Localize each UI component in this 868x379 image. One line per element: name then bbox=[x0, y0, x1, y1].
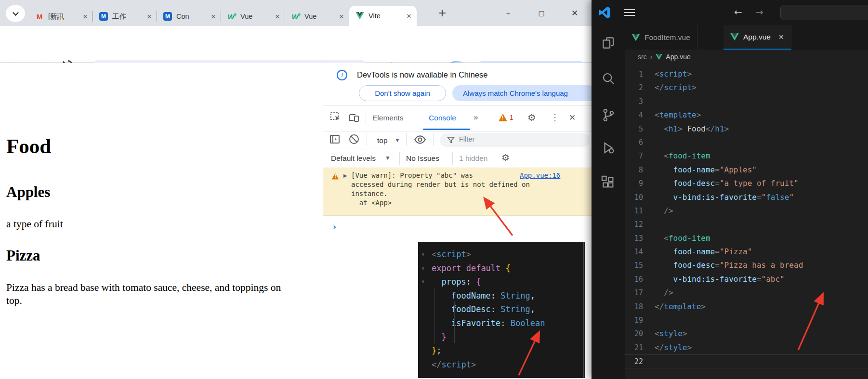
log-levels-dropdown[interactable]: Default levels bbox=[331, 154, 376, 163]
breadcrumb-folder[interactable]: src bbox=[638, 53, 647, 61]
extensions-icon[interactable] bbox=[601, 175, 616, 190]
window-maximize-button[interactable]: ▢ bbox=[536, 8, 547, 19]
editor-line[interactable]: 15 food-desc="Pizza has a bread bbox=[625, 259, 868, 272]
browser-tab[interactable]: M工作✕ bbox=[93, 7, 157, 26]
code-token: > bbox=[678, 124, 683, 133]
vscode-logo-icon bbox=[598, 6, 611, 19]
hidden-messages-label[interactable]: 1 hidden bbox=[459, 154, 487, 163]
clear-console-icon[interactable] bbox=[348, 133, 360, 145]
editor-line[interactable]: 17 /> bbox=[625, 286, 868, 300]
device-toolbar-icon[interactable] bbox=[348, 111, 360, 123]
console-settings-gear-icon[interactable]: ⚙ bbox=[501, 152, 510, 163]
editor-line[interactable]: 3 bbox=[625, 95, 868, 108]
live-expression-eye-icon[interactable] bbox=[414, 134, 426, 145]
editor-back-icon[interactable]: ← bbox=[734, 6, 742, 18]
editor-line[interactable]: 12 bbox=[625, 218, 868, 231]
more-tabs-icon[interactable]: » bbox=[473, 113, 477, 122]
code-editor[interactable]: 1<script>2</script>34<template>5 <h1> Fo… bbox=[625, 64, 868, 379]
editor-line[interactable]: 1<script> bbox=[625, 67, 868, 81]
editor-forward-icon[interactable]: → bbox=[755, 6, 763, 18]
browser-tab[interactable]: W3Vue✕ bbox=[221, 7, 285, 26]
w3schools-icon: W3 bbox=[227, 13, 236, 21]
console-filter-input[interactable]: Filter bbox=[440, 133, 590, 147]
code-token: , bbox=[530, 304, 535, 314]
code-token: default bbox=[466, 263, 501, 273]
browser-tab[interactable]: M[新訊✕ bbox=[29, 7, 93, 26]
overlay-scrollbar[interactable] bbox=[583, 242, 584, 378]
editor-line[interactable]: 8 food-name="Apples" bbox=[625, 163, 868, 177]
run-debug-icon[interactable] bbox=[601, 141, 616, 155]
search-icon[interactable] bbox=[601, 71, 616, 86]
editor-line[interactable]: 4<template> bbox=[625, 108, 868, 122]
line-code: v-bind:is-favorite="false" bbox=[655, 191, 794, 204]
editor-line[interactable]: 16 v-bind:is-favorite="abc" bbox=[625, 273, 868, 286]
source-link[interactable]: App.vue:16 bbox=[520, 171, 560, 179]
editor-line[interactable]: 7 <food-item bbox=[625, 149, 868, 163]
editor-line[interactable]: 5 <h1> Food</h1> bbox=[625, 122, 868, 136]
line-code: <food-item bbox=[655, 232, 710, 245]
new-tab-button[interactable]: + bbox=[436, 7, 448, 20]
console-warning-entry[interactable]: ▶ [Vue warn]: Property "abc" was accesse… bbox=[323, 168, 592, 216]
overlay-code-line: isFavorite: Boolean bbox=[418, 316, 585, 330]
editor-tab[interactable]: FoodItem.vue bbox=[625, 25, 697, 50]
browser-tab[interactable]: Vite✕ bbox=[349, 6, 417, 26]
tab-close-icon[interactable]: ✕ bbox=[145, 13, 153, 20]
code-token: food-desc bbox=[673, 261, 715, 270]
dock-sidebar-icon[interactable] bbox=[329, 133, 341, 145]
tab-close-icon[interactable]: ✕ bbox=[405, 13, 413, 20]
match-language-button[interactable]: Always match Chrome's languag bbox=[452, 85, 592, 101]
code-token: < bbox=[664, 151, 669, 160]
inspect-element-icon[interactable] bbox=[330, 111, 342, 123]
code-token: script bbox=[436, 249, 466, 259]
breadcrumb[interactable]: src › App.vue bbox=[625, 50, 868, 64]
tab-close-icon[interactable]: ✕ bbox=[81, 13, 89, 20]
code-token: = bbox=[715, 261, 720, 270]
devtools-settings-gear-icon[interactable]: ⚙ bbox=[527, 112, 536, 123]
filter-placeholder: Filter bbox=[459, 135, 474, 143]
editor-line[interactable]: 10 v-bind:is-favorite="false" bbox=[625, 191, 868, 204]
browser-tab[interactable]: MCon✕ bbox=[157, 7, 221, 26]
code-token: < bbox=[664, 234, 669, 243]
section-heading-apples: Apples bbox=[6, 183, 50, 201]
devtools-close-icon[interactable]: ✕ bbox=[569, 113, 576, 122]
section-text-pizza: Pizza has a bread base with tomato sauce… bbox=[6, 281, 281, 307]
tab-close-icon[interactable]: ✕ bbox=[338, 13, 345, 20]
tab-close-icon[interactable]: ✕ bbox=[274, 13, 281, 20]
editor-line[interactable]: 18</template> bbox=[625, 300, 868, 314]
filter-funnel-icon bbox=[447, 136, 455, 144]
tab-search-button[interactable] bbox=[6, 5, 25, 22]
editor-line[interactable]: 2</script> bbox=[625, 81, 868, 94]
dont-show-again-button[interactable]: Don't show again bbox=[359, 85, 446, 101]
editor-line[interactable]: 6 bbox=[625, 136, 868, 149]
editor-tab[interactable]: App.vue✕ bbox=[723, 25, 791, 50]
console-warning-text: [Vue warn]: Property "abc" was accessed … bbox=[351, 171, 530, 208]
tab-close-icon[interactable]: ✕ bbox=[778, 33, 784, 41]
editor-line[interactable]: 14 food-name="Pizza" bbox=[625, 245, 868, 259]
breadcrumb-file[interactable]: App.vue bbox=[666, 53, 690, 61]
window-minimize-button[interactable]: – bbox=[502, 8, 514, 19]
line-code: <h1> Food</h1> bbox=[655, 122, 729, 136]
tab-console[interactable]: Console bbox=[429, 114, 456, 122]
tab-elements[interactable]: Elements bbox=[372, 114, 404, 122]
explorer-icon[interactable] bbox=[601, 36, 616, 50]
editor-line[interactable]: 22 bbox=[625, 354, 868, 368]
line-number: 9 bbox=[625, 177, 655, 190]
source-control-icon[interactable] bbox=[601, 108, 616, 122]
hamburger-menu-icon[interactable] bbox=[624, 9, 635, 16]
console-prompt-icon[interactable]: › bbox=[333, 222, 336, 232]
no-issues-label[interactable]: No Issues bbox=[406, 154, 439, 163]
editor-line[interactable]: 13 <food-item bbox=[625, 232, 868, 245]
editor-line[interactable]: 19 bbox=[625, 314, 868, 327]
editor-line[interactable]: 11 /> bbox=[625, 204, 868, 218]
editor-line[interactable]: 21</style> bbox=[625, 341, 868, 354]
tab-close-icon[interactable]: ✕ bbox=[210, 13, 217, 20]
editor-line[interactable]: 20<style> bbox=[625, 327, 868, 340]
expand-arrow-icon[interactable]: ▶ bbox=[343, 173, 347, 178]
command-center-search[interactable] bbox=[780, 5, 868, 20]
browser-tab[interactable]: W3Vue✕ bbox=[285, 7, 349, 26]
devtools-kebab-icon[interactable]: ⋮ bbox=[551, 112, 559, 122]
warning-badge[interactable]: 1 bbox=[499, 114, 513, 121]
context-selector[interactable]: top bbox=[377, 136, 388, 145]
window-close-button[interactable]: ✕ bbox=[569, 8, 580, 19]
editor-line[interactable]: 9 food-desc="a type of fruit" bbox=[625, 177, 868, 190]
